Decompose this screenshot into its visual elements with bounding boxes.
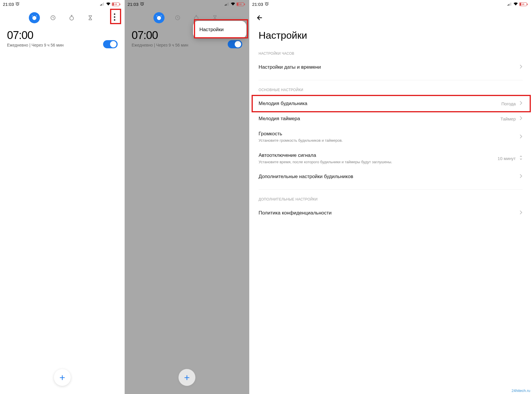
add-alarm-button[interactable]: + bbox=[178, 369, 195, 386]
screen-1-alarm-list: 21:03 19 bbox=[0, 0, 125, 394]
add-alarm-button[interactable]: + bbox=[54, 369, 71, 386]
svg-rect-11 bbox=[227, 3, 227, 6]
row-timer-sound[interactable]: Мелодия таймера Таймер bbox=[249, 111, 532, 126]
status-bar: 21:03 19 bbox=[0, 0, 125, 8]
top-tabs bbox=[0, 8, 125, 27]
section-extra-settings: ДОПОЛНИТЕЛЬНЫЕ НАСТРОЙКИ bbox=[249, 195, 532, 205]
alarm-toggle[interactable] bbox=[103, 40, 118, 48]
screen-3-settings: 21:03 19 bbox=[249, 0, 532, 394]
status-bar: 21:03 19 bbox=[249, 0, 532, 8]
chevron-right-icon bbox=[519, 134, 523, 140]
status-time: 21:03 bbox=[252, 2, 263, 7]
svg-point-15 bbox=[195, 16, 198, 20]
row-alarm-sound[interactable]: Мелодия будильника Погода bbox=[249, 96, 532, 111]
toggle-thumb bbox=[110, 41, 116, 47]
svg-rect-10 bbox=[226, 4, 227, 6]
svg-rect-9 bbox=[225, 5, 225, 6]
tab-alarm[interactable] bbox=[153, 12, 165, 23]
screen-2-overflow-open: 21:03 19 bbox=[125, 0, 249, 394]
plus-icon: + bbox=[184, 372, 190, 383]
divider bbox=[259, 80, 523, 80]
svg-rect-4 bbox=[103, 3, 104, 6]
svg-point-5 bbox=[33, 16, 36, 20]
status-time: 21:03 bbox=[3, 2, 14, 7]
chevron-right-icon bbox=[519, 101, 523, 107]
svg-rect-17 bbox=[508, 5, 508, 6]
status-time: 21:03 bbox=[128, 2, 139, 7]
battery-icon: 19 bbox=[236, 2, 244, 6]
wifi-icon bbox=[106, 2, 111, 6]
wifi-icon bbox=[513, 2, 518, 6]
tab-clock[interactable] bbox=[47, 12, 59, 23]
section-main-settings: ОСНОВНЫЕ НАСТРОЙКИ bbox=[249, 86, 532, 96]
chevron-right-icon bbox=[519, 174, 523, 180]
chevron-right-icon bbox=[519, 116, 523, 122]
tab-timer[interactable] bbox=[85, 12, 96, 23]
alarm-subtitle: Ежедневно | Через 9 ч 56 мин bbox=[132, 43, 242, 47]
svg-point-7 bbox=[70, 16, 74, 20]
chevron-right-icon bbox=[519, 64, 523, 70]
battery-icon: 19 bbox=[112, 2, 119, 6]
tab-clock[interactable] bbox=[172, 12, 183, 23]
alarm-toggle[interactable] bbox=[228, 40, 242, 48]
overflow-menu-button[interactable] bbox=[109, 11, 119, 23]
toggle-thumb bbox=[235, 41, 241, 47]
alarm-status-icon bbox=[15, 1, 20, 7]
svg-rect-1 bbox=[100, 5, 101, 6]
divider bbox=[259, 189, 523, 190]
svg-rect-18 bbox=[509, 4, 509, 6]
alarm-status-icon bbox=[140, 1, 144, 7]
wifi-icon bbox=[231, 2, 235, 6]
status-bar: 21:03 19 bbox=[125, 0, 249, 8]
battery-icon: 19 bbox=[519, 2, 527, 6]
svg-point-13 bbox=[157, 16, 161, 20]
svg-rect-3 bbox=[102, 3, 103, 6]
signal-icon bbox=[508, 2, 512, 6]
svg-rect-19 bbox=[510, 3, 510, 6]
svg-rect-2 bbox=[101, 4, 102, 6]
svg-rect-20 bbox=[511, 3, 511, 6]
row-advanced-alarm[interactable]: Дополнительные настройки будильников bbox=[249, 169, 532, 184]
signal-icon bbox=[100, 2, 105, 6]
settings-title: Настройки bbox=[249, 24, 532, 49]
row-volume[interactable]: Громкость Установите громкость будильник… bbox=[249, 126, 532, 148]
overflow-popup: Настройки bbox=[193, 21, 246, 38]
alarm-status-icon bbox=[264, 1, 269, 7]
chevron-right-icon bbox=[519, 210, 523, 216]
tab-alarm[interactable] bbox=[29, 12, 40, 23]
tab-stopwatch[interactable] bbox=[66, 12, 77, 23]
updown-icon bbox=[519, 155, 523, 162]
section-clock-settings: НАСТРОЙКИ ЧАСОВ bbox=[249, 49, 532, 60]
alarm-subtitle: Ежедневно | Через 9 ч 56 мин bbox=[7, 43, 118, 47]
auto-off-value: 10 минут bbox=[498, 156, 516, 161]
svg-rect-12 bbox=[228, 3, 229, 6]
signal-icon bbox=[225, 2, 229, 6]
alarm-time: 07:00 bbox=[7, 29, 118, 42]
row-auto-off[interactable]: Автоотключение сигнала Установите время,… bbox=[249, 148, 532, 169]
popup-item-settings[interactable]: Настройки bbox=[199, 27, 224, 33]
plus-icon: + bbox=[59, 372, 65, 383]
row-privacy[interactable]: Политика конфиденциальности bbox=[249, 205, 532, 221]
alarm-sound-value: Погода bbox=[501, 101, 516, 106]
row-datetime[interactable]: Настройки даты и времени bbox=[249, 60, 532, 75]
back-button[interactable] bbox=[256, 14, 264, 23]
timer-sound-value: Таймер bbox=[501, 116, 516, 121]
watermark: 24hitech.ru bbox=[512, 388, 530, 393]
